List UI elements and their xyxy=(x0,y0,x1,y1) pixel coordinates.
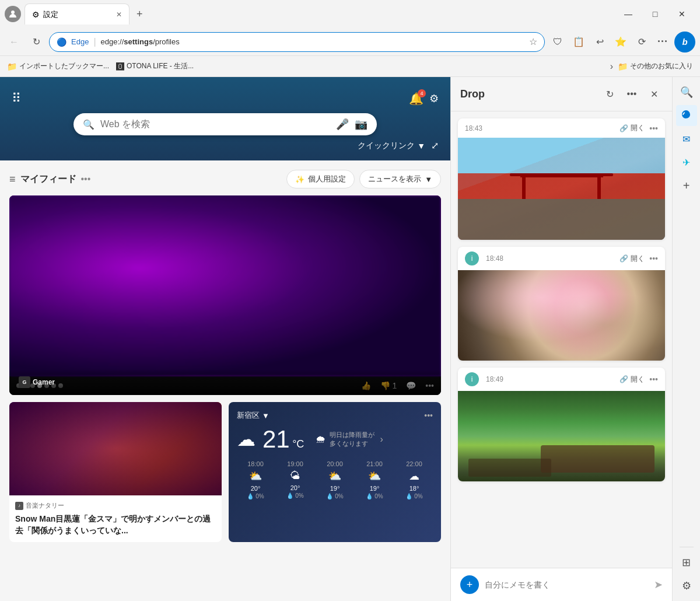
bookmark-imported[interactable]: 📁 インポートしたブックマー... xyxy=(7,61,109,71)
forecast-icon-21: ⛅ xyxy=(356,470,393,483)
other-bookmarks[interactable]: 📁 その他のお気に入り xyxy=(618,61,693,71)
new-tab-button[interactable]: + xyxy=(132,6,148,23)
weather-desc-chevron: › xyxy=(380,434,383,445)
personalize-button[interactable]: ✨ 個人用設定 xyxy=(286,170,355,188)
weather-location-name: 新宿区 xyxy=(237,410,260,421)
sidebar-layout-button[interactable]: ⊞ xyxy=(676,552,697,573)
minimize-button[interactable]: — xyxy=(615,4,642,25)
bookmarks-right: › 📁 その他のお気に入り xyxy=(610,61,693,72)
drop-item-3-open-button[interactable]: 🔗 開く xyxy=(620,375,645,385)
personalize-label: 個人用設定 xyxy=(308,174,346,184)
nt-feed: ≡ マイフィード ••• ✨ 個人用設定 ニュースを表示 ▼ xyxy=(0,160,450,601)
address-bar-star[interactable]: ☆ xyxy=(529,36,537,47)
other-bookmarks-icon: 📁 xyxy=(618,62,628,71)
back-button[interactable]: ← xyxy=(5,33,23,51)
sidebar-add-button[interactable]: + xyxy=(676,175,697,196)
tab-close-button[interactable]: ✕ xyxy=(116,11,122,19)
bookmark-otonlife-icon: 🅾 xyxy=(116,62,124,71)
featured-source: G Gamer xyxy=(19,376,432,388)
forecast-19: 19:00 🌤 20° 💧 0% xyxy=(276,460,314,499)
address-bar-url: edge://settings/profiles xyxy=(101,37,180,46)
expand-button[interactable]: ⤢ xyxy=(431,140,439,151)
drop-panel: Drop ↻ ••• ✕ 18:43 🔗 開く ••• xyxy=(450,77,672,601)
browser-content: ⠿ 🔔 4 ⚙ 🔍 🎤 📷 xyxy=(0,77,450,601)
bing-copilot-button[interactable]: b xyxy=(674,32,695,53)
forecast-time-20: 20:00 xyxy=(316,460,354,467)
featured-overlay: G Gamer xyxy=(9,369,441,395)
weather-card[interactable]: 新宿区 ▼ ••• ☁ 21 °C 🌧 明日 xyxy=(229,402,441,542)
feed-menu-icon[interactable]: ≡ xyxy=(9,173,16,186)
drop-item-2-time: 18:48 xyxy=(486,254,615,263)
bookmark-otonlife[interactable]: 🅾 OTONA LIFE - 生活... xyxy=(116,61,194,71)
weather-forecast: 18:00 ⛅ 20° 💧 0% 19:00 🌤 20° 💧 0% xyxy=(237,460,433,499)
profile-icon[interactable] xyxy=(5,6,21,22)
drop-refresh-button[interactable]: ↻ xyxy=(601,85,618,103)
drop-send-button[interactable]: ➤ xyxy=(654,578,663,591)
drop-header: Drop ↻ ••• ✕ xyxy=(451,77,672,111)
drop-item-3-time: 18:49 xyxy=(486,375,615,383)
forecast-temp-18: 20° xyxy=(237,485,274,492)
collections-btn[interactable]: 📋 xyxy=(569,33,588,51)
forecast-18: 18:00 ⛅ 20° 💧 0% xyxy=(237,460,274,499)
refresh-button[interactable]: ↻ xyxy=(27,33,46,51)
drop-memo-input[interactable] xyxy=(485,580,648,589)
weather-desc: 明日は降雨量が多くなります xyxy=(330,431,376,448)
quick-links-button[interactable]: クイックリンク ▼ xyxy=(358,140,425,151)
quick-links-label: クイックリンク xyxy=(358,141,415,151)
weather-forecast-desc: 🌧 明日は降雨量が多くなります › xyxy=(316,431,383,448)
sync-btn[interactable]: ⟳ xyxy=(632,33,651,51)
sidebar-send-button[interactable]: ✈ xyxy=(676,152,697,173)
other-bookmarks-label: その他のお気に入り xyxy=(630,61,693,71)
drop-item-1-more[interactable]: ••• xyxy=(649,124,658,133)
title-bar-left: ⚙ 設定 ✕ + xyxy=(5,4,610,25)
new-tab-page: ⠿ 🔔 4 ⚙ 🔍 🎤 📷 xyxy=(0,77,450,601)
nt-settings-icon[interactable]: ⚙ xyxy=(429,92,439,105)
drop-item-1-open-button[interactable]: 🔗 開く xyxy=(620,123,645,133)
close-button[interactable]: ✕ xyxy=(668,4,695,25)
drop-add-button[interactable]: + xyxy=(460,575,479,594)
forecast-temp-22: 18° xyxy=(396,485,433,492)
drop-item-2-more[interactable]: ••• xyxy=(649,254,658,263)
article-card-1[interactable]: ♪ 音楽ナタリー Snow Man目黒蓮「金スマ」で明かすメンバーとの過去「関係… xyxy=(9,402,222,542)
forecast-time-22: 22:00 xyxy=(396,460,433,467)
search-box[interactable]: 🔍 🎤 📷 xyxy=(74,113,377,135)
bookmarks-more-chevron[interactable]: › xyxy=(610,61,613,72)
voice-search-icon[interactable]: 🎤 xyxy=(336,118,349,131)
drop-close-button[interactable]: ✕ xyxy=(645,85,663,103)
drop-more-button[interactable]: ••• xyxy=(623,85,640,103)
drop-item-2: i 18:48 🔗 開く ••• xyxy=(458,247,665,361)
shield-icon-btn[interactable]: 🛡 xyxy=(548,33,567,51)
nt-apps-grid-icon[interactable]: ⠿ xyxy=(12,91,21,106)
settings-tab-icon: ⚙ xyxy=(32,10,40,19)
visual-search-icon[interactable]: 📷 xyxy=(355,118,368,131)
sidebar-search-button[interactable]: 🔍 xyxy=(676,82,697,103)
sidebar-edge-button[interactable] xyxy=(676,105,697,126)
drop-item-1-time: 18:43 xyxy=(465,124,615,132)
tab-title: 設定 xyxy=(43,9,58,20)
history-btn[interactable]: ↩ xyxy=(590,33,609,51)
favorites-btn[interactable]: ⭐ xyxy=(611,33,630,51)
featured-article[interactable]: G Gamer xyxy=(9,195,441,395)
search-input[interactable] xyxy=(100,119,330,130)
drop-item-3-image xyxy=(458,391,665,481)
notification-bell[interactable]: 🔔 4 xyxy=(409,92,424,106)
news-toggle-button[interactable]: ニュースを表示 ▼ xyxy=(359,170,441,188)
open-icon: 🔗 xyxy=(620,124,628,132)
sidebar-settings-button[interactable]: ⚙ xyxy=(676,575,697,596)
title-bar-controls: — □ ✕ xyxy=(615,4,695,25)
weather-more-icon[interactable]: ••• xyxy=(424,411,433,420)
more-btn[interactable]: ··· xyxy=(653,33,672,51)
nt-header-top-row: ⠿ 🔔 4 ⚙ xyxy=(12,91,439,106)
weather-unit: °C xyxy=(292,438,304,450)
maximize-button[interactable]: □ xyxy=(642,4,668,25)
drop-item-3-more[interactable]: ••• xyxy=(649,375,658,384)
article-source-1: ♪ 音楽ナタリー xyxy=(15,501,216,510)
sidebar-outlook-button[interactable]: ✉ xyxy=(676,128,697,149)
feed-more-icon[interactable]: ••• xyxy=(81,174,91,184)
tab-settings[interactable]: ⚙ 設定 ✕ xyxy=(24,4,130,25)
forecast-21: 21:00 ⛅ 19° 💧 0% xyxy=(356,460,393,499)
open-icon-2: 🔗 xyxy=(620,254,628,263)
address-bar[interactable]: 🔵 Edge | edge://settings/profiles ☆ xyxy=(49,32,545,52)
drop-item-2-open-button[interactable]: 🔗 開く xyxy=(620,254,645,264)
weather-location[interactable]: 新宿区 ▼ ••• xyxy=(237,410,433,421)
